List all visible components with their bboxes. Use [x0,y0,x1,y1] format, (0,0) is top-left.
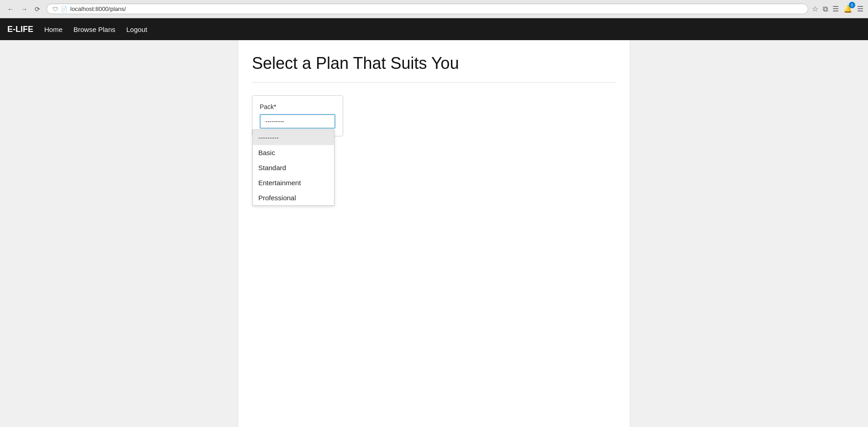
shield-icon: 🛡 [52,6,58,12]
page-icon: 📄 [61,6,68,12]
nav-buttons: ← → ⟳ [5,5,43,14]
address-bar[interactable]: 🛡 📄 localhost:8000/plans/ [47,4,808,14]
brand-logo: E-LIFE [7,25,33,34]
fake-select-display[interactable]: --------- [260,114,335,129]
library-icon[interactable]: ☰ [832,5,839,13]
reload-button[interactable]: ⟳ [32,5,43,14]
select-wrapper: --------- --------- Basic Standard Enter… [260,114,335,129]
main-content: Select a Plan That Suits You Pack* -----… [238,40,630,427]
pack-label: Pack* [260,103,335,110]
home-link[interactable]: Home [44,26,63,33]
browser-chrome: ← → ⟳ 🛡 📄 localhost:8000/plans/ ☆ ⧉ ☰ 🔔 … [0,0,868,18]
app-navbar: E-LIFE Home Browse Plans Logout [0,18,868,40]
notification-count: 0 [849,2,855,8]
forward-button[interactable]: → [18,5,30,14]
dropdown-item-placeholder[interactable]: --------- [253,130,334,145]
dropdown-item-entertainment[interactable]: Entertainment [253,175,334,190]
title-divider [252,82,616,83]
page-title: Select a Plan That Suits You [252,54,616,73]
notifications-icon[interactable]: 🔔 0 [843,5,852,13]
dropdown-item-professional[interactable]: Professional [253,190,334,205]
pocket-icon[interactable]: ⧉ [823,5,828,13]
browser-actions: ☆ ⧉ ☰ 🔔 0 ☰ [812,5,863,13]
back-button[interactable]: ← [5,5,16,14]
form-card: Pack* --------- --------- Basic Standard… [252,95,343,136]
dropdown-item-basic[interactable]: Basic [253,145,334,160]
url-text: localhost:8000/plans/ [70,5,126,12]
browse-plans-link[interactable]: Browse Plans [73,26,115,33]
menu-icon[interactable]: ☰ [857,5,863,13]
dropdown-item-standard[interactable]: Standard [253,160,334,175]
bookmark-icon[interactable]: ☆ [812,5,818,13]
logout-link[interactable]: Logout [126,26,147,33]
dropdown-menu: --------- Basic Standard Entertainment P… [252,130,335,206]
